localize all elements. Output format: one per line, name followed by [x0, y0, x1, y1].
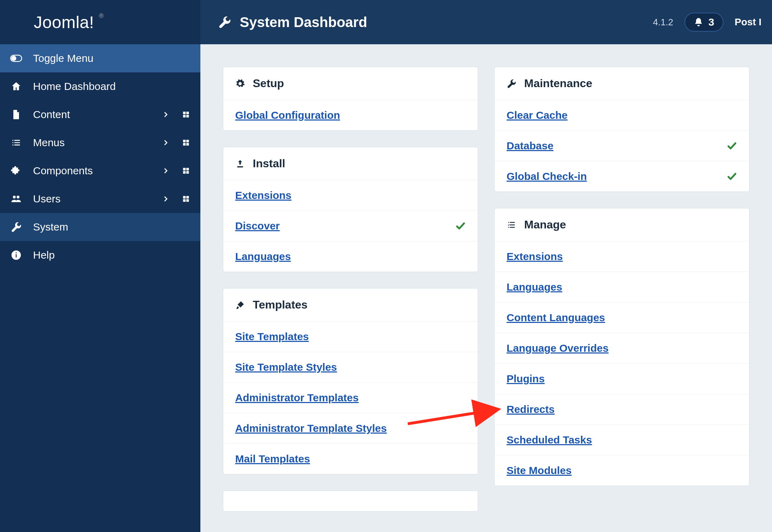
toggle-icon	[9, 54, 23, 63]
upload-icon	[235, 159, 245, 169]
chevron-right-icon	[160, 167, 171, 175]
panel-row: Site Modules	[495, 455, 749, 486]
link-site-modules[interactable]: Site Modules	[507, 465, 572, 476]
link-global-configuration[interactable]: Global Configuration	[235, 109, 340, 121]
panel-row: Site Templates	[223, 322, 478, 352]
svg-rect-20	[16, 252, 17, 253]
notification-count: 3	[708, 16, 714, 28]
panel-templates: TemplatesSite TemplatesSite Template Sty…	[223, 288, 478, 474]
version-text: 4.1.2	[653, 17, 673, 28]
panel-row: Discover	[223, 211, 478, 241]
link-site-template-styles[interactable]: Site Template Styles	[235, 361, 337, 373]
dashboard-grid-icon[interactable]	[181, 139, 191, 147]
panel-row: Plugins	[495, 364, 749, 394]
link-site-templates[interactable]: Site Templates	[235, 331, 309, 343]
sidebar-toggle[interactable]: Toggle Menu	[0, 44, 200, 72]
bell-icon	[694, 17, 703, 27]
panel-row: Languages	[495, 272, 749, 303]
panel-header: Setup	[223, 67, 478, 100]
list-check-icon	[507, 220, 516, 230]
link-languages[interactable]: Languages	[507, 281, 562, 293]
panel-row: Language Overrides	[495, 333, 749, 364]
link-languages[interactable]: Languages	[235, 251, 291, 262]
chevron-right-icon	[160, 111, 171, 118]
panel-title: Manage	[524, 218, 566, 231]
brand-area[interactable]: Joomla! ®	[0, 0, 200, 44]
sidebar-item-label: Content	[33, 109, 150, 121]
link-global-check-in[interactable]: Global Check-in	[507, 170, 587, 182]
sidebar-item-menus[interactable]: Menus	[0, 129, 200, 157]
wrench-icon	[218, 15, 231, 29]
panel-row: Redirects	[495, 394, 749, 425]
panel-setup: SetupGlobal Configuration	[223, 67, 478, 131]
puzzle-icon	[9, 165, 23, 176]
cog-icon	[235, 79, 245, 89]
panel-row: Scheduled Tasks	[495, 425, 749, 455]
header-main: System Dashboard 4.1.2 3 Post I	[200, 0, 772, 44]
dashboard-grid-icon[interactable]	[181, 111, 191, 118]
sidebar-item-system[interactable]: System	[0, 213, 200, 241]
panel-row: Mail Templates	[223, 444, 478, 474]
svg-rect-13	[186, 171, 189, 174]
link-clear-cache[interactable]: Clear Cache	[507, 109, 567, 121]
sidebar-item-components[interactable]: Components	[0, 157, 200, 185]
panel-maintenance: MaintenanceClear CacheDatabaseGlobal Che…	[494, 67, 750, 192]
panel-row: Extensions	[223, 180, 478, 211]
dashboard-grid-icon[interactable]	[181, 167, 191, 175]
link-extensions[interactable]: Extensions	[507, 251, 563, 262]
brand-name: Joomla!	[34, 13, 94, 32]
list-icon	[9, 137, 23, 148]
svg-rect-4	[183, 115, 186, 117]
file-icon	[9, 109, 23, 120]
link-content-languages[interactable]: Content Languages	[507, 312, 605, 324]
panel-title: Setup	[253, 77, 284, 90]
link-mail-templates[interactable]: Mail Templates	[235, 453, 310, 465]
panel-header: Install	[223, 147, 478, 180]
panel-row: Extensions	[495, 241, 749, 272]
svg-rect-17	[186, 199, 189, 202]
panel-row: Administrator Templates	[223, 383, 478, 413]
brand-trademark: ®	[99, 12, 104, 20]
panel-install: InstallExtensionsDiscoverLanguages	[223, 147, 478, 272]
post-installation-link[interactable]: Post I	[735, 17, 761, 28]
svg-rect-11	[186, 168, 189, 170]
notifications-button[interactable]: 3	[684, 13, 723, 32]
check-icon	[727, 171, 737, 182]
svg-rect-5	[186, 115, 189, 117]
version-badge[interactable]: 4.1.2	[641, 17, 673, 28]
panel-title: Install	[253, 157, 285, 170]
svg-rect-2	[183, 112, 186, 114]
panel-title: Maintenance	[524, 77, 592, 90]
link-extensions[interactable]: Extensions	[235, 189, 291, 201]
link-plugins[interactable]: Plugins	[507, 373, 545, 385]
sidebar-item-label: Help	[33, 249, 150, 261]
sidebar-item-label: Users	[33, 193, 150, 205]
link-administrator-template-styles[interactable]: Administrator Template Styles	[235, 422, 387, 434]
sidebar-item-label: System	[33, 221, 150, 233]
panel-header: Templates	[223, 288, 478, 322]
link-discover[interactable]: Discover	[235, 220, 280, 232]
link-administrator-templates[interactable]: Administrator Templates	[235, 392, 359, 404]
check-icon	[455, 221, 466, 231]
link-redirects[interactable]: Redirects	[507, 403, 555, 415]
svg-rect-6	[183, 140, 186, 142]
check-icon	[727, 141, 737, 151]
sidebar: Toggle Menu Home DashboardContentMenusCo…	[0, 44, 200, 532]
sidebar-item-users[interactable]: Users	[0, 185, 200, 213]
link-database[interactable]: Database	[507, 140, 553, 152]
link-scheduled-tasks[interactable]: Scheduled Tasks	[507, 434, 592, 446]
sidebar-item-label: Components	[33, 165, 150, 177]
sidebar-item-content[interactable]: Content	[0, 100, 200, 129]
page-title: System Dashboard	[240, 14, 367, 30]
svg-rect-16	[183, 199, 186, 202]
svg-rect-9	[186, 143, 189, 145]
wrench-icon	[507, 79, 516, 89]
dashboard-grid-icon[interactable]	[181, 195, 191, 203]
sidebar-item-help[interactable]: Help	[0, 241, 200, 269]
app-header: Joomla! ® System Dashboard 4.1	[0, 0, 772, 44]
svg-rect-7	[186, 140, 189, 142]
link-language-overrides[interactable]: Language Overrides	[507, 342, 609, 354]
joomla-logo-icon	[10, 13, 29, 32]
panel-row: Languages	[223, 241, 478, 272]
sidebar-item-home-dashboard[interactable]: Home Dashboard	[0, 72, 200, 100]
